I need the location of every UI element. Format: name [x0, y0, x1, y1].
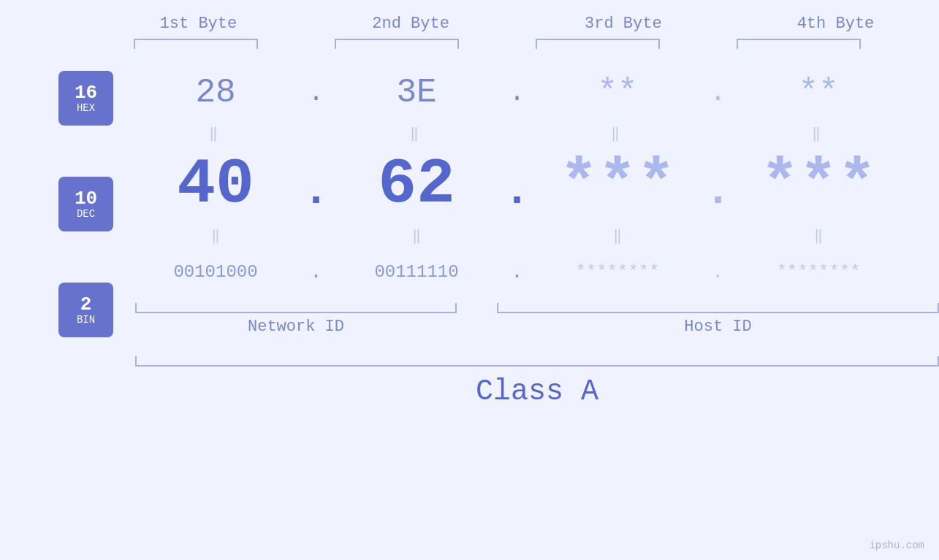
bin-byte2: 00111110: [336, 262, 497, 282]
bin-byte3: ********: [537, 262, 698, 282]
bin-dot3: .: [698, 261, 738, 283]
dec-dot2: .: [497, 152, 537, 216]
hex-dot2: .: [497, 78, 537, 108]
dec-badge-label: DEC: [77, 208, 95, 220]
hex-badge-label: HEX: [77, 102, 95, 114]
bin-dot1: .: [296, 261, 336, 283]
dec-byte4: ***: [738, 148, 899, 220]
equals-row-1: ‖ ‖ ‖ ‖: [135, 122, 939, 144]
dec-badge-number: 10: [75, 189, 97, 208]
byte-headers: 1st Byte 2nd Byte 3rd Byte 4th Byte: [115, 15, 919, 33]
dec-byte2: 62: [336, 148, 497, 220]
bin-byte1: 00101000: [135, 262, 296, 282]
data-rows: 28 . 3E . ** . ** ‖ ‖ ‖ ‖ 40 .: [135, 64, 939, 408]
bin-badge-number: 2: [80, 295, 92, 314]
top-brackets: [115, 39, 919, 49]
main-container: 1st Byte 2nd Byte 3rd Byte 4th Byte 16 H…: [0, 0, 939, 560]
hex-dot3: .: [698, 78, 738, 108]
bin-dot2: .: [497, 261, 537, 283]
bottom-brackets: [135, 303, 939, 313]
byte-header-4: 4th Byte: [755, 15, 916, 33]
byte-header-2: 2nd Byte: [330, 15, 491, 33]
hex-badge-number: 16: [75, 83, 97, 102]
dec-badge: 10 DEC: [58, 177, 113, 231]
watermark: ipshu.com: [869, 540, 924, 551]
id-labels: Network ID Host ID: [135, 318, 939, 336]
bin-badge: 2 BIN: [58, 283, 113, 337]
byte-header-1: 1st Byte: [118, 15, 278, 33]
hex-byte3: **: [537, 74, 698, 112]
dec-dot3: .: [698, 152, 738, 216]
class-label: Class A: [135, 375, 939, 408]
outer-bracket-bottom: [135, 356, 939, 367]
hex-byte2: 3E: [336, 74, 497, 112]
byte-header-3: 3rd Byte: [543, 15, 704, 33]
content-wrapper: 16 HEX 10 DEC 2 BIN 28 . 3E . ** . **: [0, 64, 939, 408]
hex-dot1: .: [296, 78, 336, 108]
hex-row: 28 . 3E . ** . **: [135, 64, 939, 122]
bin-row: 00101000 . 00111110 . ******** . *******…: [135, 246, 939, 297]
hex-byte4: **: [738, 74, 899, 112]
badges-column: 16 HEX 10 DEC 2 BIN: [37, 64, 135, 388]
hex-badge: 16 HEX: [58, 71, 113, 126]
dec-byte1: 40: [135, 148, 296, 220]
dec-row: 40 . 62 . *** . ***: [135, 144, 939, 224]
hex-byte1: 28: [135, 74, 296, 112]
dec-byte3: ***: [537, 148, 698, 220]
dec-dot1: .: [296, 152, 336, 216]
equals-row-2: ‖ ‖ ‖ ‖: [135, 224, 939, 246]
host-id-label: Host ID: [497, 318, 939, 336]
network-id-label: Network ID: [135, 318, 457, 336]
bin-byte4: ********: [738, 262, 899, 282]
bin-badge-label: BIN: [77, 314, 95, 326]
